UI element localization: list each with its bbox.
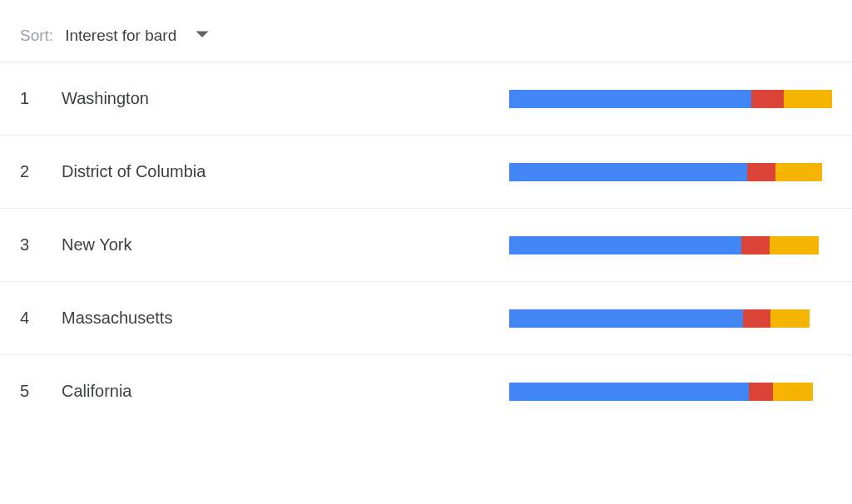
- sort-label: Sort:: [20, 27, 53, 45]
- bar-segment-red: [751, 90, 784, 108]
- bar-segment-yellow: [775, 163, 822, 181]
- region-name: District of Columbia: [62, 162, 509, 181]
- interest-bar: [509, 236, 832, 254]
- bar-segment-blue: [509, 309, 743, 328]
- list-item[interactable]: 3 New York: [0, 209, 852, 282]
- rank: 1: [20, 89, 62, 108]
- bar-segment-yellow: [770, 309, 810, 328]
- bar-segment-blue: [509, 383, 749, 401]
- region-list: 1 Washington 2 District of Columbia: [0, 62, 852, 427]
- rank: 4: [20, 309, 62, 328]
- chevron-down-icon: [195, 28, 210, 43]
- bar-segment-yellow: [773, 383, 812, 401]
- list-item[interactable]: 5 California: [0, 355, 852, 427]
- interest-bar: [509, 309, 832, 328]
- list-item[interactable]: 2 District of Columbia: [0, 136, 852, 209]
- list-item[interactable]: 1 Washington: [0, 62, 852, 136]
- rank: 5: [20, 382, 62, 401]
- bar-segment-red: [747, 163, 775, 181]
- region-name: Massachusetts: [62, 309, 509, 328]
- bar-segment-red: [743, 309, 770, 328]
- list-item[interactable]: 4 Massachusetts: [0, 282, 852, 355]
- region-interest-panel: Sort: Interest for bard 1 Washington 2 D…: [0, 0, 852, 427]
- bar-segment-blue: [509, 163, 747, 181]
- region-name: Washington: [62, 89, 509, 108]
- bar-segment-blue: [509, 236, 741, 254]
- region-name: California: [62, 382, 509, 401]
- interest-bar: [509, 383, 832, 401]
- rank: 2: [20, 162, 62, 181]
- interest-bar: [509, 163, 832, 181]
- sort-dropdown-value: Interest for bard: [65, 27, 176, 45]
- interest-bar: [509, 90, 832, 108]
- region-name: New York: [62, 235, 509, 254]
- bar-segment-yellow: [784, 90, 832, 108]
- rank: 3: [20, 235, 62, 254]
- bar-segment-blue: [509, 90, 751, 108]
- bar-segment-red: [749, 383, 773, 401]
- bar-segment-yellow: [770, 236, 820, 254]
- bar-segment-red: [741, 236, 770, 254]
- sort-bar: Sort: Interest for bard: [0, 0, 852, 62]
- sort-dropdown[interactable]: Interest for bard: [65, 27, 210, 45]
